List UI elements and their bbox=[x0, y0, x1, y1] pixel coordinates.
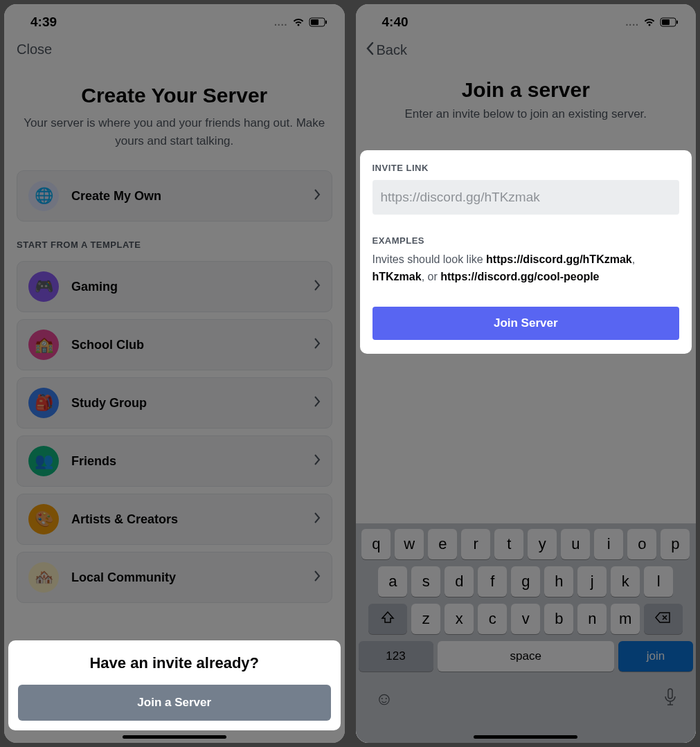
create-my-own-label: Create My Own bbox=[71, 189, 302, 204]
template-label: Study Group bbox=[71, 396, 302, 411]
invite-sheet: Have an invite already? Join a Server bbox=[8, 640, 341, 730]
wifi-icon bbox=[643, 17, 656, 27]
invite-card: INVITE LINK EXAMPLES Invites should look… bbox=[360, 150, 692, 354]
key-a[interactable]: a bbox=[378, 566, 407, 597]
backspace-icon bbox=[655, 610, 672, 628]
close-button[interactable]: Close bbox=[4, 35, 345, 64]
chevron-right-icon bbox=[314, 454, 321, 468]
battery-icon bbox=[309, 17, 328, 27]
backspace-key[interactable] bbox=[644, 604, 683, 634]
key-i[interactable]: i bbox=[594, 529, 623, 559]
shift-key[interactable] bbox=[368, 604, 407, 634]
cellular-dots-icon: .... bbox=[625, 17, 639, 28]
template-label: Artists & Creators bbox=[71, 512, 302, 527]
artists-icon: 🎨 bbox=[28, 504, 59, 534]
svg-rect-2 bbox=[325, 21, 327, 24]
key-k[interactable]: k bbox=[611, 566, 640, 597]
key-s[interactable]: s bbox=[411, 566, 440, 597]
key-j[interactable]: j bbox=[577, 566, 607, 597]
back-label: Back bbox=[377, 42, 407, 58]
friends-icon: 👥 bbox=[28, 446, 59, 476]
create-my-own-option[interactable]: 🌐 Create My Own bbox=[17, 170, 332, 222]
key-t[interactable]: t bbox=[494, 529, 523, 559]
svg-rect-1 bbox=[311, 19, 318, 25]
space-key[interactable]: space bbox=[438, 641, 615, 672]
example-3: https://discord.gg/cool-people bbox=[440, 271, 599, 282]
key-g[interactable]: g bbox=[511, 566, 540, 597]
key-c[interactable]: c bbox=[478, 604, 507, 634]
key-f[interactable]: f bbox=[478, 566, 507, 597]
chevron-right-icon bbox=[314, 512, 321, 526]
key-u[interactable]: u bbox=[561, 529, 590, 559]
template-local-community[interactable]: 🏘️ Local Community bbox=[17, 552, 332, 603]
mic-icon[interactable] bbox=[664, 688, 676, 711]
emoji-icon[interactable]: ☺ bbox=[375, 688, 394, 711]
svg-rect-5 bbox=[676, 21, 678, 24]
template-friends[interactable]: 👥 Friends bbox=[17, 435, 332, 487]
examples-sep: , bbox=[632, 253, 635, 265]
key-z[interactable]: z bbox=[411, 604, 440, 634]
template-label: Local Community bbox=[71, 570, 302, 585]
join-server-button[interactable]: Join Server bbox=[373, 307, 680, 340]
invite-link-label: INVITE LINK bbox=[373, 163, 680, 173]
chevron-right-icon bbox=[314, 338, 321, 352]
page-subtitle: Enter an invite below to join an existin… bbox=[356, 107, 697, 121]
page-title: Create Your Server bbox=[17, 84, 332, 107]
join-server-button[interactable]: Join a Server bbox=[18, 685, 331, 721]
template-artists[interactable]: 🎨 Artists & Creators bbox=[17, 494, 332, 545]
key-d[interactable]: d bbox=[445, 566, 474, 597]
wifi-icon bbox=[292, 17, 305, 27]
gaming-icon: 🎮 bbox=[28, 271, 59, 302]
study-icon: 🎒 bbox=[28, 388, 59, 418]
key-e[interactable]: e bbox=[428, 529, 457, 559]
key-y[interactable]: y bbox=[528, 529, 557, 559]
key-b[interactable]: b bbox=[544, 604, 573, 634]
template-study-group[interactable]: 🎒 Study Group bbox=[17, 377, 332, 429]
key-w[interactable]: w bbox=[395, 529, 424, 559]
status-bar: 4:39 .... bbox=[4, 4, 345, 35]
key-q[interactable]: q bbox=[361, 529, 391, 559]
globe-icon: 🌐 bbox=[28, 181, 59, 211]
template-label: School Club bbox=[71, 338, 302, 352]
key-x[interactable]: x bbox=[445, 604, 474, 634]
chevron-right-icon bbox=[314, 570, 321, 584]
join-key[interactable]: join bbox=[618, 641, 693, 672]
key-p[interactable]: p bbox=[661, 529, 690, 559]
example-2: hTKzmak bbox=[373, 271, 422, 282]
examples-prefix: Invites should look like bbox=[373, 253, 487, 265]
status-bar: 4:40 .... bbox=[356, 4, 697, 35]
chevron-right-icon bbox=[314, 280, 321, 294]
invite-prompt: Have an invite already? bbox=[18, 654, 331, 672]
key-v[interactable]: v bbox=[511, 604, 540, 634]
example-1: https://discord.gg/hTKzmak bbox=[486, 253, 632, 265]
chevron-right-icon bbox=[314, 396, 321, 410]
key-m[interactable]: m bbox=[611, 604, 640, 634]
battery-icon bbox=[660, 17, 679, 27]
back-button[interactable]: Back bbox=[356, 35, 697, 66]
template-label: Gaming bbox=[71, 280, 302, 294]
home-indicator bbox=[123, 735, 226, 739]
key-h[interactable]: h bbox=[544, 566, 573, 597]
invite-link-input[interactable] bbox=[373, 180, 680, 215]
page-subtitle: Your server is where you and your friend… bbox=[17, 114, 332, 150]
chevron-left-icon bbox=[366, 42, 374, 59]
cellular-dots-icon: .... bbox=[274, 17, 288, 28]
svg-rect-6 bbox=[668, 689, 672, 699]
key-n[interactable]: n bbox=[577, 604, 607, 634]
school-icon: 🏫 bbox=[28, 330, 59, 360]
key-l[interactable]: l bbox=[644, 566, 673, 597]
home-indicator bbox=[474, 735, 577, 739]
key-r[interactable]: r bbox=[461, 529, 490, 559]
status-time: 4:39 bbox=[30, 15, 57, 30]
page-title: Join a server bbox=[356, 78, 697, 102]
template-school-club[interactable]: 🏫 School Club bbox=[17, 319, 332, 370]
template-gaming[interactable]: 🎮 Gaming bbox=[17, 261, 332, 312]
template-section-header: START FROM A TEMPLATE bbox=[17, 240, 332, 250]
chevron-right-icon bbox=[314, 189, 321, 203]
key-o[interactable]: o bbox=[627, 529, 656, 559]
examples-text: Invites should look like https://discord… bbox=[373, 251, 680, 286]
community-icon: 🏘️ bbox=[28, 562, 59, 593]
status-time: 4:40 bbox=[382, 15, 409, 30]
examples-label: EXAMPLES bbox=[373, 235, 680, 246]
numbers-key[interactable]: 123 bbox=[359, 641, 433, 672]
